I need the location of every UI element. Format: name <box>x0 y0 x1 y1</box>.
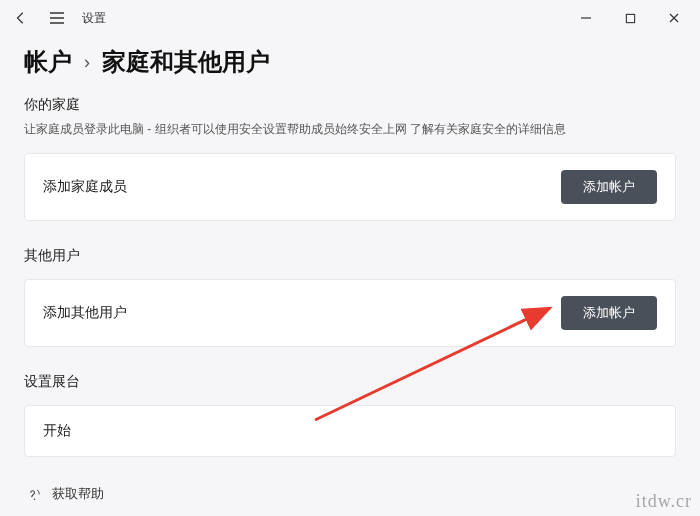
breadcrumb-parent[interactable]: 帐户 <box>24 46 72 78</box>
kiosk-title: 设置展台 <box>24 373 676 391</box>
breadcrumb-current: 家庭和其他用户 <box>102 46 270 78</box>
back-button[interactable] <box>4 3 38 33</box>
other-users-section: 其他用户 添加其他用户 添加帐户 <box>24 247 676 347</box>
add-family-label: 添加家庭成员 <box>43 178 127 196</box>
family-title: 你的家庭 <box>24 96 676 114</box>
content-area: 帐户 › 家庭和其他用户 你的家庭 让家庭成员登录此电脑 - 组织者可以使用安全… <box>0 46 700 516</box>
watermark: itdw.cr <box>636 491 692 512</box>
titlebar-left: 设置 <box>4 3 106 33</box>
menu-button[interactable] <box>40 3 74 33</box>
family-section: 你的家庭 让家庭成员登录此电脑 - 组织者可以使用安全设置帮助成员始终安全上网 … <box>24 96 676 221</box>
window-controls <box>564 3 696 33</box>
help-icon <box>26 486 42 502</box>
kiosk-card[interactable]: 开始 <box>24 405 676 457</box>
svg-rect-0 <box>626 14 634 22</box>
breadcrumb: 帐户 › 家庭和其他用户 <box>24 46 676 78</box>
kiosk-label: 开始 <box>43 422 71 440</box>
svg-point-1 <box>33 498 35 500</box>
kiosk-section: 设置展台 开始 <box>24 373 676 457</box>
feedback-link[interactable]: 提供反馈 <box>24 509 676 516</box>
add-family-account-button[interactable]: 添加帐户 <box>561 170 657 204</box>
family-description: 让家庭成员登录此电脑 - 组织者可以使用安全设置帮助成员始终安全上网 了解有关家… <box>24 120 676 139</box>
add-other-user-card: 添加其他用户 添加帐户 <box>24 279 676 347</box>
family-desc-link[interactable]: 了解有关家庭安全的详细信息 <box>410 122 566 136</box>
get-help-link[interactable]: 获取帮助 <box>24 479 676 509</box>
app-title: 设置 <box>82 10 106 27</box>
chevron-right-icon: › <box>84 52 90 73</box>
titlebar: 设置 <box>0 0 700 36</box>
add-other-user-account-button[interactable]: 添加帐户 <box>561 296 657 330</box>
add-family-card: 添加家庭成员 添加帐户 <box>24 153 676 221</box>
maximize-button[interactable] <box>608 3 652 33</box>
other-users-title: 其他用户 <box>24 247 676 265</box>
family-desc-text: 让家庭成员登录此电脑 - 组织者可以使用安全设置帮助成员始终安全上网 <box>24 122 410 136</box>
get-help-label: 获取帮助 <box>52 485 104 503</box>
add-other-user-label: 添加其他用户 <box>43 304 127 322</box>
minimize-button[interactable] <box>564 3 608 33</box>
close-button[interactable] <box>652 3 696 33</box>
